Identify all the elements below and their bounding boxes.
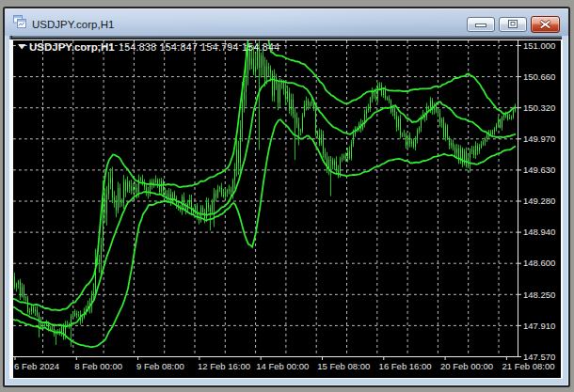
svg-text:154.838 154.847 154.794 154.84: 154.838 154.847 154.794 154.844	[119, 41, 279, 53]
svg-text:21 Feb 08:00: 21 Feb 08:00	[502, 361, 555, 371]
svg-text:20 Feb 00:00: 20 Feb 00:00	[440, 361, 493, 371]
svg-text:15 Feb 08:00: 15 Feb 08:00	[317, 361, 370, 371]
svg-text:149.970: 149.970	[523, 133, 555, 144]
svg-text:USDJPY.corp,H1: USDJPY.corp,H1	[29, 41, 115, 53]
svg-text:148.940: 148.940	[523, 227, 555, 237]
svg-text:8 Feb 00:00: 8 Feb 00:00	[74, 361, 122, 371]
svg-text:148.250: 148.250	[523, 290, 555, 300]
svg-text:9 Feb 08:00: 9 Feb 08:00	[136, 361, 184, 371]
svg-text:14 Feb 00:00: 14 Feb 00:00	[256, 361, 309, 371]
svg-text:149.630: 149.630	[523, 165, 555, 175]
svg-text:150.320: 150.320	[523, 102, 555, 113]
svg-text:148.600: 148.600	[523, 258, 555, 268]
svg-text:149.280: 149.280	[523, 196, 555, 206]
svg-text:150.660: 150.660	[523, 71, 555, 82]
svg-text:147.910: 147.910	[523, 321, 555, 331]
svg-text:12 Feb 16:00: 12 Feb 16:00	[198, 361, 250, 371]
svg-text:151.000: 151.000	[523, 40, 555, 51]
svg-text:6 Feb 2024: 6 Feb 2024	[14, 361, 59, 371]
svg-text:16 Feb 16:00: 16 Feb 16:00	[379, 361, 432, 371]
